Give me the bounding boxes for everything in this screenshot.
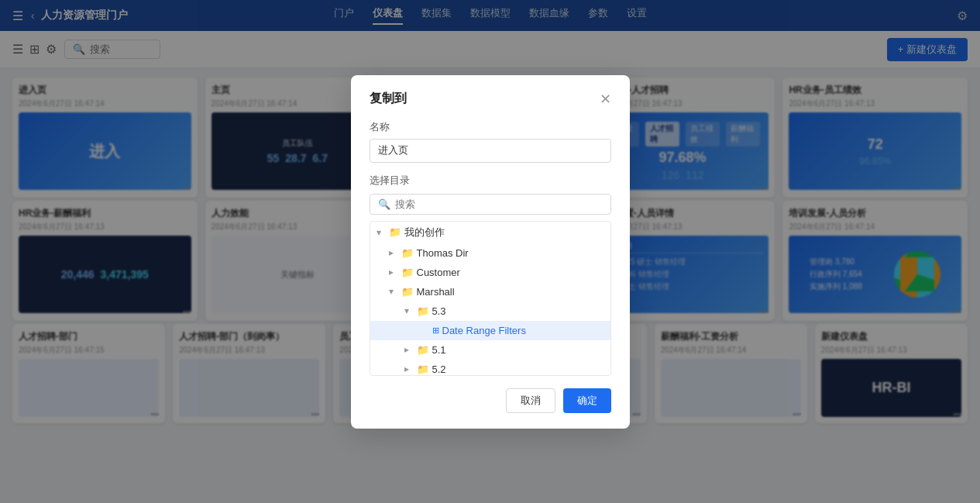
modal-footer: 取消 确定 <box>370 388 611 413</box>
tree-item-5-3[interactable]: ▾ 📁 5.3 <box>370 301 610 321</box>
modal-title: 复制到 <box>370 91 407 107</box>
tree-item-label: 5.3 <box>432 305 604 317</box>
tree-item-label: Customer <box>417 267 604 278</box>
folder-icon: 📁 <box>417 363 429 375</box>
tree-item-label: 我的创作 <box>404 226 604 239</box>
tree-item-label: Thomas Dir <box>417 247 604 259</box>
dir-label: 选择目录 <box>370 174 611 188</box>
folder-icon: 📁 <box>389 226 401 238</box>
cancel-button[interactable]: 取消 <box>506 388 555 413</box>
name-label: 名称 <box>370 120 611 134</box>
folder-icon: 📁 <box>401 267 414 278</box>
tree-item-customer[interactable]: ▸ 📁 Customer <box>370 263 610 282</box>
folder-icon: 📁 <box>401 286 414 298</box>
modal-close-button[interactable]: ✕ <box>600 91 611 108</box>
modal-header: 复制到 ✕ <box>370 91 611 108</box>
name-input[interactable] <box>370 139 611 163</box>
copy-to-modal: 复制到 ✕ 名称 选择目录 🔍 ▾ 📁 我的创作 ▸ 📁 Thomas Dir <box>351 75 630 429</box>
folder-icon: 📁 <box>417 305 429 317</box>
tree-item-label: 5.1 <box>432 344 604 356</box>
dir-search-input[interactable] <box>395 198 603 210</box>
tree-item-label: Date Range Filters <box>442 325 604 336</box>
dir-search-icon: 🔍 <box>378 198 390 210</box>
directory-tree: ▾ 📁 我的创作 ▸ 📁 Thomas Dir ▸ 📁 Customer ▾ 📁… <box>370 221 611 376</box>
tree-item-5-2[interactable]: ▸ 📁 5.2 <box>370 360 610 376</box>
confirm-button[interactable]: 确定 <box>563 388 611 413</box>
tree-item-thomas[interactable]: ▸ 📁 Thomas Dir <box>370 243 610 263</box>
tree-item-label: 5.2 <box>432 363 604 375</box>
expand-icon: ▾ <box>377 227 386 238</box>
expand-icon: ▸ <box>389 247 398 258</box>
expand-icon: ▸ <box>404 363 414 374</box>
folder-icon: 📁 <box>401 247 414 259</box>
file-icon: ⊞ <box>432 326 439 336</box>
expand-icon: ▾ <box>389 286 398 297</box>
tree-item-5-1[interactable]: ▸ 📁 5.1 <box>370 340 610 360</box>
tree-item-label: Marshall <box>417 286 604 298</box>
folder-icon: 📁 <box>417 344 429 356</box>
tree-item-root[interactable]: ▾ 📁 我的创作 <box>370 222 610 243</box>
expand-icon: ▸ <box>389 267 398 277</box>
tree-item-date-range[interactable]: ⊞ Date Range Filters <box>370 321 610 340</box>
modal-overlay: 复制到 ✕ 名称 选择目录 🔍 ▾ 📁 我的创作 ▸ 📁 Thomas Dir <box>0 0 980 503</box>
dir-search-bar[interactable]: 🔍 <box>370 194 611 215</box>
expand-icon: ▾ <box>404 305 414 316</box>
expand-icon: ▸ <box>404 344 414 355</box>
tree-item-marshall[interactable]: ▾ 📁 Marshall <box>370 282 610 301</box>
